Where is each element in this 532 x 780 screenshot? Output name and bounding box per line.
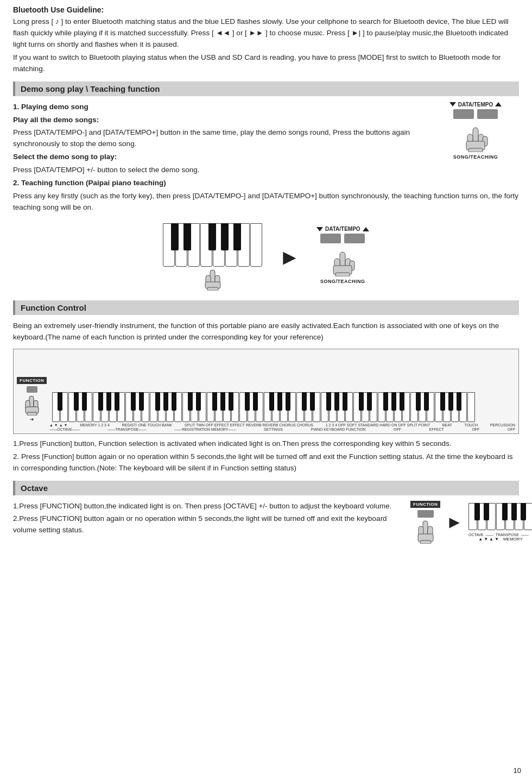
bluetooth-para2: If you want to switch to Bluetooth playi… bbox=[13, 52, 519, 75]
tempo-btn-plus bbox=[477, 109, 498, 119]
octave-mini-keyboard bbox=[468, 503, 532, 530]
svg-rect-21 bbox=[27, 412, 37, 416]
function-content: Being an extremely user-friendly instrum… bbox=[13, 320, 519, 343]
tempo-btn-minus bbox=[453, 109, 474, 119]
hand-octave-icon bbox=[415, 520, 436, 544]
function-arrow: ➔ bbox=[30, 417, 34, 422]
demo-section: 1. Playing demo song Play all the demo s… bbox=[13, 102, 519, 191]
demo-para1: Press [DATA/TEMPO-] and [DATA/TEMPO+] bu… bbox=[13, 127, 423, 150]
function-section-header: Function Control bbox=[13, 300, 519, 315]
octave-content: 1.Press [FUNCTION] button,the indicated … bbox=[13, 501, 519, 544]
bluetooth-para1: Long press [ ♪ ] to enter Bluetooth matc… bbox=[13, 16, 519, 51]
octave-diagram: FUNCTION ► bbox=[410, 501, 519, 544]
octave-key-labels: OCTAVE —— TRANSPOSE —— bbox=[468, 533, 532, 537]
function-label: FUNCTION bbox=[17, 377, 47, 384]
svg-rect-10 bbox=[207, 287, 218, 291]
function-para2: 1.Press [Function] button, Function sele… bbox=[13, 438, 519, 450]
function-para3: 2. Press [Function] button again or no o… bbox=[13, 451, 519, 474]
tempo-buttons-2 bbox=[320, 234, 365, 243]
mini-white-key bbox=[524, 503, 532, 530]
octave-function-toggle bbox=[417, 510, 434, 518]
transpose-label: TRANSPOSE bbox=[496, 533, 519, 537]
demo-sub2: 2. Teaching function (Paipai piano teach… bbox=[13, 178, 423, 189]
demo-sub1c: Select the demo song to play: bbox=[13, 152, 423, 163]
song-teaching-label-2: SONG/TEACHING bbox=[320, 279, 365, 284]
svg-rect-26 bbox=[420, 540, 431, 544]
data-tempo-diagram: DATA/TEMPO SONG/TEACHING bbox=[449, 102, 502, 160]
demo-para3: Press any key firstly (such as the forty… bbox=[13, 191, 519, 213]
octave-function-area: FUNCTION bbox=[410, 501, 440, 544]
octave-mini-keyboard-area: OCTAVE —— TRANSPOSE —— ▲ ▼ ▲ ▼ MEMORY bbox=[468, 503, 532, 542]
keyboard-labels-row: ▲ ▼ ▲ ▼ MEMORY 1 2 3 4 REGIST/ ONE TOUCH… bbox=[17, 423, 515, 427]
full-keyboard: // We'll just draw simplified keyboard i… bbox=[52, 353, 515, 422]
svg-rect-16 bbox=[335, 273, 350, 276]
demo-diagram: DATA/TEMPO SONG/TEACHING bbox=[432, 102, 519, 163]
piano-keys-left bbox=[163, 223, 262, 291]
octave-section-header: Octave bbox=[13, 481, 519, 495]
hand-pointing-icon bbox=[202, 269, 224, 291]
data-tempo-diagram-2: DATA/TEMPO SONG/TEACHING bbox=[316, 226, 369, 284]
keyboard-full-diagram: FUNCTION ➔ // We'll just draw simplified… bbox=[13, 349, 519, 434]
octave-arrow-icon: ► bbox=[446, 513, 463, 531]
white-key bbox=[175, 223, 187, 267]
white-key bbox=[200, 223, 212, 267]
white-key bbox=[163, 223, 175, 267]
page-number: 10 bbox=[514, 766, 521, 775]
demo-section-header: Demo song play \ Teaching function bbox=[13, 81, 519, 96]
song-teaching-label: SONG/TEACHING bbox=[453, 154, 498, 160]
bluetooth-title: Bluetooth Use Guideline: bbox=[13, 5, 519, 14]
data-tempo-label-2: DATA/TEMPO bbox=[325, 226, 360, 232]
demo-sub1b: Play all the demo songs: bbox=[13, 115, 423, 126]
mini-white-key bbox=[487, 503, 496, 530]
function-led bbox=[27, 386, 37, 393]
hand-icon bbox=[462, 122, 489, 152]
mini-white-key bbox=[515, 503, 523, 530]
tempo-btn-plus-2 bbox=[344, 234, 365, 243]
demo-text: 1. Playing demo song Play all the demo s… bbox=[13, 102, 423, 191]
svg-rect-5 bbox=[468, 148, 483, 152]
white-key bbox=[188, 223, 200, 267]
bluetooth-section: Bluetooth Use Guideline: Long press [ ♪ … bbox=[13, 5, 519, 75]
white-key bbox=[238, 223, 250, 267]
hand-icon-2 bbox=[329, 247, 356, 276]
function-para1: Being an extremely user-friendly instrum… bbox=[13, 320, 519, 343]
octave-text: 1.Press [FUNCTION] button,the indicated … bbox=[13, 501, 400, 538]
function-button-area: FUNCTION ➔ bbox=[17, 377, 47, 422]
keyboard-svg: // We'll just draw simplified keyboard i… bbox=[52, 353, 508, 391]
hand-function-icon bbox=[23, 395, 41, 416]
octave-para2: 2.Press [FUNCTION] button again or no op… bbox=[13, 513, 400, 536]
triangle-down-icon bbox=[449, 102, 456, 106]
white-key bbox=[213, 223, 225, 267]
mini-white-key bbox=[496, 503, 505, 530]
triangle-up-icon bbox=[495, 102, 502, 106]
octave-arrows: ▲ ▼ ▲ ▼ MEMORY bbox=[468, 537, 532, 542]
tempo-btn-minus-2 bbox=[320, 234, 341, 243]
keyboard-labels-row2: ——OCTAVE—— ——TRANSPOSE—— ——REGISTRATION … bbox=[17, 427, 515, 431]
white-key bbox=[225, 223, 237, 267]
octave-para1: 1.Press [FUNCTION] button,the indicated … bbox=[13, 501, 400, 512]
mini-white-key bbox=[505, 503, 514, 530]
function-text: 1.Press [Function] button, Function sele… bbox=[13, 438, 519, 474]
octave-function-label: FUNCTION bbox=[410, 501, 440, 508]
octave-label: OCTAVE bbox=[468, 533, 484, 537]
teaching-diagram: ► DATA/TEMPO SONG/TEACHING bbox=[13, 223, 519, 291]
triangle-down-icon-2 bbox=[316, 227, 323, 231]
mini-white-key bbox=[478, 503, 486, 530]
white-key bbox=[250, 223, 262, 267]
demo-sub1: 1. Playing demo song bbox=[13, 102, 423, 113]
arrow-right-icon: ► bbox=[278, 246, 300, 268]
tempo-buttons bbox=[453, 109, 498, 119]
demo-para2: Press [DATA/TEMPO] +/- button to select … bbox=[13, 165, 423, 176]
data-tempo-label: DATA/TEMPO bbox=[458, 102, 493, 108]
mini-white-key bbox=[468, 503, 477, 530]
triangle-up-icon-2 bbox=[363, 227, 369, 231]
